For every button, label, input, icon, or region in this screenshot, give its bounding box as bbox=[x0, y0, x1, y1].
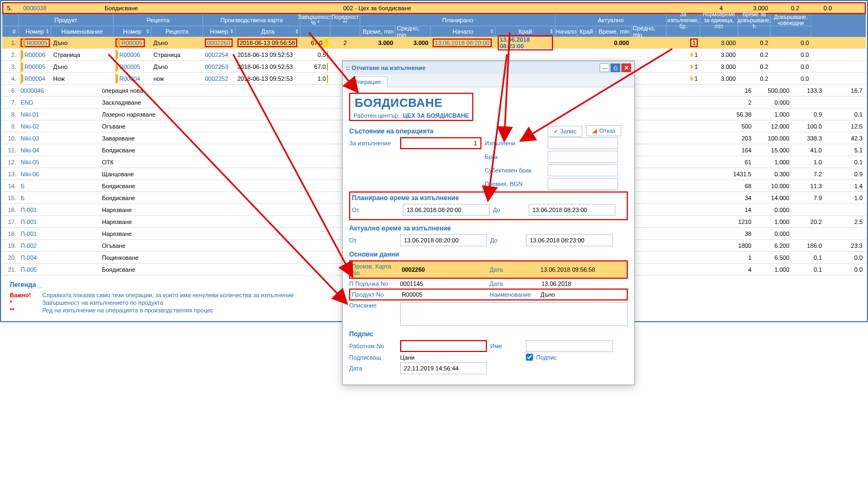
table-row[interactable]: 2. R00006 Страница R00006 Страница 00022… bbox=[2, 49, 866, 61]
op-code-link: END bbox=[21, 99, 33, 106]
product-link: R00006 bbox=[24, 52, 46, 58]
norm: 3.000 bbox=[751, 5, 789, 11]
op-code-link: П-001 bbox=[21, 219, 37, 225]
dialog-titlebar[interactable]: :: Отчитане на изпълнение — ⎙ ✕ bbox=[343, 61, 634, 74]
expand-icon bbox=[21, 73, 23, 85]
op-code-link: Niki-06 bbox=[21, 171, 39, 177]
op-code-link: П-001 bbox=[21, 231, 37, 237]
sort-icon[interactable]: ▲▼ bbox=[46, 29, 49, 34]
product-link: R00004 bbox=[24, 75, 46, 82]
mh: 0.0 bbox=[822, 5, 863, 11]
card-no: 0002260 bbox=[402, 266, 486, 273]
op-code-link: П-005 bbox=[21, 266, 37, 273]
recipe-link: R00005 bbox=[121, 40, 143, 46]
work-center: 002 - Цех за боядисване bbox=[342, 5, 477, 11]
product-no: R00005 bbox=[402, 291, 486, 298]
card-link: 0002252 bbox=[205, 75, 228, 82]
row-index: 5. bbox=[5, 5, 22, 11]
expand-icon bbox=[118, 37, 120, 49]
act-to-input[interactable] bbox=[526, 234, 613, 246]
op-code-link: Б bbox=[21, 195, 24, 201]
op-code-link[interactable]: 0000038 bbox=[23, 5, 47, 11]
expand-icon bbox=[23, 37, 25, 49]
op-code-link: 0000046 bbox=[21, 87, 44, 94]
grid-header-row1: Продукт Рецепта Производствена карта Зав… bbox=[2, 14, 866, 26]
save-button[interactable]: ✔Запис bbox=[548, 126, 582, 137]
recipe-link: R00004 bbox=[119, 75, 140, 82]
order-no: 0001145 bbox=[400, 280, 486, 287]
plan-to-input[interactable] bbox=[529, 204, 615, 216]
op-code-link: П-001 bbox=[21, 207, 37, 213]
act-from-input[interactable] bbox=[400, 234, 487, 246]
op-code-link: П-002 bbox=[21, 242, 37, 249]
product-name: Дъно bbox=[541, 291, 625, 298]
recipe-link: R00005 bbox=[119, 63, 140, 70]
operation-title: БОЯДИСВАНЕ bbox=[353, 95, 469, 111]
execution-report-dialog: :: Отчитане на изпълнение — ⎙ ✕ Операция… bbox=[342, 61, 635, 385]
sort-icon[interactable]: ▲▼ bbox=[230, 29, 234, 34]
dialog-title: :: Отчитане на изпълнение bbox=[346, 65, 599, 71]
work-center-name: ЦЕХ ЗА БОЯДИСВАНЕ bbox=[403, 112, 469, 119]
expand-icon bbox=[115, 73, 118, 85]
sort-icon[interactable]: ▲▼ bbox=[490, 29, 494, 34]
grid-header-row2: # Номер▲▼ Наименование Номер▲▼ Рецепта Н… bbox=[2, 26, 866, 37]
done-input[interactable] bbox=[548, 137, 618, 149]
expand-icon bbox=[115, 61, 118, 73]
expand-icon bbox=[115, 49, 118, 61]
sort-icon[interactable]: ▲▼ bbox=[295, 29, 299, 34]
order-date: 13.06.2018 bbox=[542, 280, 628, 287]
worker-name-input[interactable] bbox=[526, 340, 613, 352]
cancel-icon bbox=[592, 129, 597, 133]
cancel-button[interactable]: Отказ bbox=[586, 125, 621, 136]
expand-icon bbox=[21, 49, 23, 61]
sign-date-input[interactable] bbox=[400, 362, 487, 374]
sign-checkbox[interactable] bbox=[526, 354, 533, 361]
product-link: R00005 bbox=[27, 40, 48, 46]
op-code-link: Niki-04 bbox=[21, 147, 39, 153]
bonus-input[interactable] bbox=[548, 178, 618, 190]
sort-icon[interactable]: ▲▼ bbox=[146, 29, 150, 34]
signer-name: Цани bbox=[400, 354, 487, 361]
subj-scrap-input[interactable] bbox=[548, 164, 618, 176]
card-link: 0002260 bbox=[207, 40, 230, 46]
for-exec-input[interactable] bbox=[400, 137, 481, 149]
table-row[interactable]: 1. R00005 Дъно R00005 Дъно 0002260 2018-… bbox=[2, 37, 866, 49]
tab-operation[interactable]: Операция bbox=[346, 76, 388, 87]
op-code-link: Б bbox=[21, 183, 24, 189]
recipe-link: R00006 bbox=[119, 52, 140, 58]
op-code-link: П-004 bbox=[21, 254, 37, 261]
close-icon[interactable]: ✕ bbox=[621, 63, 631, 72]
card-date: 13.06.2018 09:56:58 bbox=[541, 266, 625, 273]
op-code-link: Niki-05 bbox=[21, 159, 39, 165]
op-code-link: Niki-02 bbox=[21, 123, 39, 130]
qty: 4 bbox=[718, 5, 751, 11]
scrap-input[interactable] bbox=[548, 151, 618, 163]
description-textarea[interactable] bbox=[400, 302, 628, 326]
minimize-icon[interactable]: — bbox=[600, 63, 609, 72]
selected-operation-row[interactable]: 5. 0000038 Боядисване 002 - Цех за бояди… bbox=[2, 2, 866, 14]
op-code-link: Niki-03 bbox=[21, 135, 39, 142]
fin: 0.2 bbox=[789, 5, 822, 11]
print-icon[interactable]: ⎙ bbox=[610, 63, 620, 72]
op-name: Боядисване bbox=[103, 5, 342, 11]
card-link: 0002253 bbox=[205, 63, 228, 70]
sort-icon[interactable]: ▲▼ bbox=[550, 29, 554, 34]
worker-no-input[interactable] bbox=[400, 340, 487, 352]
product-link: R00005 bbox=[24, 63, 46, 70]
plan-from-input[interactable] bbox=[403, 204, 490, 216]
card-link: 0002254 bbox=[205, 52, 228, 58]
op-code-link: Niki-01 bbox=[21, 111, 39, 118]
expand-icon bbox=[21, 61, 23, 73]
